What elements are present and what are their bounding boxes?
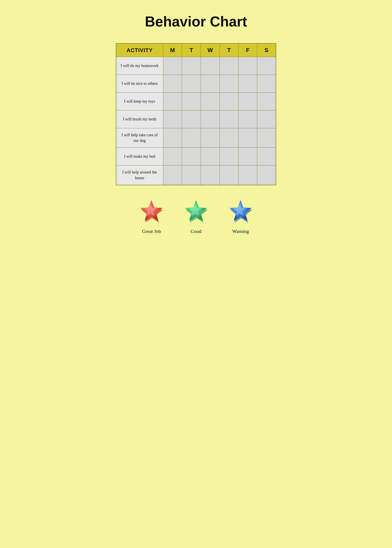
day-cell[interactable] [182,57,201,75]
legend-item-good: Good [183,199,209,234]
day-cell[interactable] [182,148,201,166]
day-cell[interactable] [163,57,182,75]
day-cell[interactable] [257,166,276,185]
day-header-W: W [201,43,220,57]
activity-cell: I will make my bed [116,148,163,166]
day-cell[interactable] [201,148,220,166]
activity-cell: I will help around the house [116,166,163,185]
day-header-S: S [257,43,276,57]
legend-label-good: Good [191,229,202,234]
legend-label-warning: Warning [232,229,249,234]
day-cell[interactable] [220,75,238,93]
activity-column-header: ACTIVITY [116,43,163,57]
behavior-chart-table: ACTIVITY M T W T F S I will do my homewo… [116,43,276,185]
page: Behavior Chart ACTIVITY M T W T F S I wi… [98,0,294,274]
day-cell[interactable] [201,93,220,111]
day-cell[interactable] [163,75,182,93]
day-cell[interactable] [238,148,257,166]
legend-item-great-job: Great Job [138,199,165,234]
legend-label-great-job: Great Job [142,229,161,234]
day-cell[interactable] [201,128,220,148]
table-header-row: ACTIVITY M T W T F S [116,43,276,57]
day-cell[interactable] [220,57,238,75]
day-cell[interactable] [257,111,276,128]
activity-cell: I will keep my toys [116,93,163,111]
table-row: I will make my bed [116,148,276,166]
star-icon-warning [227,199,254,225]
star-icon-good [183,199,209,225]
activity-cell: I will do my homework [116,57,163,75]
table-row: I will help around the house [116,166,276,185]
day-cell[interactable] [163,166,182,185]
day-header-F: F [238,43,257,57]
day-cell[interactable] [163,128,182,148]
day-cell[interactable] [182,166,201,185]
star-icon-great-job [138,199,165,225]
day-cell[interactable] [238,128,257,148]
day-cell[interactable] [257,93,276,111]
day-header-M: M [163,43,182,57]
day-cell[interactable] [238,57,257,75]
day-cell[interactable] [201,75,220,93]
day-cell[interactable] [238,111,257,128]
table-row: I will brush my teeth [116,111,276,128]
table-row: I will keep my toys [116,93,276,111]
day-cell[interactable] [220,93,238,111]
day-cell[interactable] [182,128,201,148]
day-cell[interactable] [257,128,276,148]
day-cell[interactable] [220,128,238,148]
day-cell[interactable] [182,75,201,93]
day-cell[interactable] [182,111,201,128]
day-cell[interactable] [163,111,182,128]
day-cell[interactable] [238,75,257,93]
day-cell[interactable] [220,166,238,185]
day-cell[interactable] [201,111,220,128]
day-cell[interactable] [257,148,276,166]
legend: Great Job Good [116,199,276,234]
activity-cell: I will brush my teeth [116,111,163,128]
page-title: Behavior Chart [145,13,247,30]
day-cell[interactable] [220,148,238,166]
day-cell[interactable] [163,93,182,111]
table-row: I will do my homework [116,57,276,75]
table-row: I will be nice to others [116,75,276,93]
day-cell[interactable] [163,148,182,166]
day-cell[interactable] [220,111,238,128]
activity-cell: I will help take care of our dog [116,128,163,148]
activity-cell: I will be nice to others [116,75,163,93]
day-cell[interactable] [201,57,220,75]
day-cell[interactable] [238,93,257,111]
table-row: I will help take care of our dog [116,128,276,148]
legend-item-warning: Warning [227,199,254,234]
day-cell[interactable] [238,166,257,185]
day-header-T2: T [220,43,238,57]
day-cell[interactable] [201,166,220,185]
day-header-T1: T [182,43,201,57]
day-cell[interactable] [257,75,276,93]
day-cell[interactable] [182,93,201,111]
day-cell[interactable] [257,57,276,75]
